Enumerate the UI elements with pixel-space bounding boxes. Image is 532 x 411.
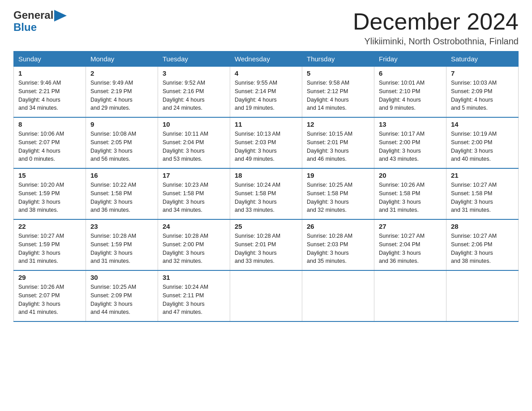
day-number: 27 [379,223,442,230]
calendar-day [230,270,302,321]
title-block: December 2024 Ylikiiminki, North Ostrobo… [353,9,519,47]
day-number: 5 [307,69,369,77]
weekday-header-thursday: Thursday [302,51,374,67]
day-info: Sunrise: 10:24 AMSunset: 2:11 PMDaylight… [163,283,225,317]
day-info: Sunrise: 10:28 AMSunset: 2:01 PMDaylight… [235,232,297,265]
location: Ylikiiminki, North Ostrobothnia, Finland [353,36,519,47]
day-number: 30 [90,274,153,281]
calendar-week-4: 22Sunrise: 10:27 AMSunset: 1:59 PMDaylig… [14,219,519,270]
calendar-day: 22Sunrise: 10:27 AMSunset: 1:59 PMDaylig… [14,219,86,270]
weekday-row: SundayMondayTuesdayWednesdayThursdayFrid… [14,51,519,67]
day-info: Sunrise: 10:25 AMSunset: 2:09 PMDaylight… [90,283,153,317]
logo: General Blue [13,9,67,33]
day-info: Sunrise: 10:28 AMSunset: 2:00 PMDaylight… [163,232,225,265]
day-number: 20 [379,171,442,179]
day-number: 31 [163,274,225,281]
calendar-day: 16Sunrise: 10:22 AMSunset: 1:58 PMDaylig… [86,168,158,219]
calendar-day: 3Sunrise: 9:52 AMSunset: 2:16 PMDaylight… [158,67,230,118]
logo-icon [54,10,67,21]
day-info: Sunrise: 10:24 AMSunset: 1:58 PMDaylight… [235,181,297,214]
calendar-day: 8Sunrise: 10:06 AMSunset: 2:07 PMDayligh… [14,117,86,168]
calendar-day: 21Sunrise: 10:27 AMSunset: 1:58 PMDaylig… [446,168,519,219]
calendar-day: 26Sunrise: 10:28 AMSunset: 2:03 PMDaylig… [302,219,374,270]
month-title: December 2024 [353,9,519,34]
calendar-day: 7Sunrise: 10:03 AMSunset: 2:09 PMDayligh… [446,67,519,118]
day-info: Sunrise: 10:27 AMSunset: 2:04 PMDaylight… [379,232,442,265]
weekday-header-sunday: Sunday [14,51,86,67]
day-info: Sunrise: 9:58 AMSunset: 2:12 PMDaylight:… [307,79,369,112]
calendar-day: 31Sunrise: 10:24 AMSunset: 2:11 PMDaylig… [158,270,230,321]
day-number: 29 [18,274,81,281]
calendar-day: 2Sunrise: 9:49 AMSunset: 2:19 PMDaylight… [86,67,158,118]
day-info: Sunrise: 10:28 AMSunset: 1:59 PMDaylight… [90,232,153,265]
day-number: 9 [90,120,153,128]
calendar-day: 14Sunrise: 10:19 AMSunset: 2:00 PMDaylig… [446,117,519,168]
calendar-header: SundayMondayTuesdayWednesdayThursdayFrid… [14,51,519,67]
day-number: 15 [18,171,81,179]
day-info: Sunrise: 10:26 AMSunset: 1:58 PMDaylight… [379,181,442,214]
day-number: 12 [307,120,369,128]
weekday-header-tuesday: Tuesday [158,51,230,67]
calendar-day: 30Sunrise: 10:25 AMSunset: 2:09 PMDaylig… [86,270,158,321]
calendar-day: 6Sunrise: 10:01 AMSunset: 2:10 PMDayligh… [374,67,446,118]
day-info: Sunrise: 10:25 AMSunset: 1:58 PMDaylight… [307,181,369,214]
calendar-table: SundayMondayTuesdayWednesdayThursdayFrid… [13,51,519,322]
day-info: Sunrise: 9:52 AMSunset: 2:16 PMDaylight:… [163,79,225,112]
weekday-header-wednesday: Wednesday [230,51,302,67]
calendar-day: 28Sunrise: 10:27 AMSunset: 2:06 PMDaylig… [446,219,519,270]
calendar-day: 9Sunrise: 10:08 AMSunset: 2:05 PMDayligh… [86,117,158,168]
day-info: Sunrise: 10:19 AMSunset: 2:00 PMDaylight… [451,130,514,163]
calendar-day [302,270,374,321]
day-info: Sunrise: 10:08 AMSunset: 2:05 PMDaylight… [90,130,153,163]
day-number: 7 [451,69,514,77]
day-info: Sunrise: 10:11 AMSunset: 2:04 PMDaylight… [163,130,225,163]
day-info: Sunrise: 10:28 AMSunset: 2:03 PMDaylight… [307,232,369,265]
day-info: Sunrise: 10:15 AMSunset: 2:01 PMDaylight… [307,130,369,163]
calendar-day: 23Sunrise: 10:28 AMSunset: 1:59 PMDaylig… [86,219,158,270]
day-info: Sunrise: 9:46 AMSunset: 2:21 PMDaylight:… [18,79,81,112]
calendar-day [446,270,519,321]
day-number: 18 [235,171,297,179]
calendar-body: 1Sunrise: 9:46 AMSunset: 2:21 PMDaylight… [14,67,519,322]
day-number: 2 [90,69,153,77]
day-number: 13 [379,120,442,128]
day-number: 4 [235,69,297,77]
weekday-header-friday: Friday [374,51,446,67]
day-number: 6 [379,69,442,77]
day-info: Sunrise: 9:55 AMSunset: 2:14 PMDaylight:… [235,79,297,112]
day-number: 11 [235,120,297,128]
day-number: 24 [163,223,225,230]
calendar-day: 1Sunrise: 9:46 AMSunset: 2:21 PMDaylight… [14,67,86,118]
day-info: Sunrise: 10:27 AMSunset: 1:58 PMDaylight… [451,181,514,214]
calendar-day: 20Sunrise: 10:26 AMSunset: 1:58 PMDaylig… [374,168,446,219]
svg-marker-0 [54,10,67,21]
day-number: 17 [163,171,225,179]
calendar-day: 4Sunrise: 9:55 AMSunset: 2:14 PMDaylight… [230,67,302,118]
day-number: 8 [18,120,81,128]
day-info: Sunrise: 9:49 AMSunset: 2:19 PMDaylight:… [90,79,153,112]
day-number: 22 [18,223,81,230]
weekday-header-monday: Monday [86,51,158,67]
day-info: Sunrise: 10:22 AMSunset: 1:58 PMDaylight… [90,181,153,214]
day-info: Sunrise: 10:03 AMSunset: 2:09 PMDaylight… [451,79,514,112]
calendar-week-2: 8Sunrise: 10:06 AMSunset: 2:07 PMDayligh… [14,117,519,168]
calendar-day: 24Sunrise: 10:28 AMSunset: 2:00 PMDaylig… [158,219,230,270]
calendar-day: 27Sunrise: 10:27 AMSunset: 2:04 PMDaylig… [374,219,446,270]
logo-text: General [13,9,53,21]
day-number: 19 [307,171,369,179]
day-info: Sunrise: 10:01 AMSunset: 2:10 PMDaylight… [379,79,442,112]
day-info: Sunrise: 10:26 AMSunset: 2:07 PMDaylight… [18,283,81,317]
calendar-day: 5Sunrise: 9:58 AMSunset: 2:12 PMDaylight… [302,67,374,118]
page-header: General Blue December 2024 Ylikiiminki, … [13,9,519,47]
calendar-day: 11Sunrise: 10:13 AMSunset: 2:03 PMDaylig… [230,117,302,168]
calendar-day: 29Sunrise: 10:26 AMSunset: 2:07 PMDaylig… [14,270,86,321]
calendar-day: 18Sunrise: 10:24 AMSunset: 1:58 PMDaylig… [230,168,302,219]
calendar-day: 25Sunrise: 10:28 AMSunset: 2:01 PMDaylig… [230,219,302,270]
day-number: 3 [163,69,225,77]
day-number: 25 [235,223,297,230]
day-info: Sunrise: 10:20 AMSunset: 1:59 PMDaylight… [18,181,81,214]
day-info: Sunrise: 10:27 AMSunset: 1:59 PMDaylight… [18,232,81,265]
day-number: 10 [163,120,225,128]
weekday-header-saturday: Saturday [446,51,519,67]
logo-blue-text: Blue [13,21,37,33]
